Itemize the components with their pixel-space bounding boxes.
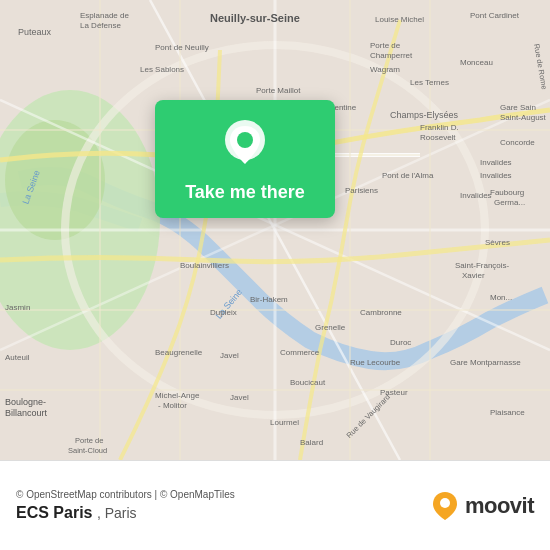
location-info: ECS Paris , Paris bbox=[16, 504, 235, 522]
svg-text:Invalides: Invalides bbox=[480, 158, 512, 167]
svg-point-80 bbox=[237, 132, 253, 148]
svg-text:Wagram: Wagram bbox=[370, 65, 400, 74]
map-svg: Puteaux Esplanade de La Défense Neuilly-… bbox=[0, 0, 550, 460]
location-city: , Paris bbox=[97, 505, 137, 521]
svg-text:Cambronne: Cambronne bbox=[360, 308, 402, 317]
svg-text:Javel: Javel bbox=[220, 351, 239, 360]
bottom-left-info: © OpenStreetMap contributors | © OpenMap… bbox=[16, 489, 235, 522]
svg-text:Sèvres: Sèvres bbox=[485, 238, 510, 247]
svg-text:Dupleix: Dupleix bbox=[210, 308, 237, 317]
svg-text:Esplanade de: Esplanade de bbox=[80, 11, 129, 20]
svg-text:Michel-Ange: Michel-Ange bbox=[155, 391, 200, 400]
moovit-brand-name: moovit bbox=[465, 493, 534, 519]
svg-text:Commerce: Commerce bbox=[280, 348, 320, 357]
svg-text:Invalides: Invalides bbox=[480, 171, 512, 180]
svg-text:Pont de l'Alma: Pont de l'Alma bbox=[382, 171, 434, 180]
svg-text:Neuilly-sur-Seine: Neuilly-sur-Seine bbox=[210, 12, 300, 24]
svg-text:Monceau: Monceau bbox=[460, 58, 493, 67]
svg-text:Boulogne-: Boulogne- bbox=[5, 397, 46, 407]
svg-text:Pont de Neuilly: Pont de Neuilly bbox=[155, 43, 209, 52]
svg-text:Grenelle: Grenelle bbox=[315, 323, 346, 332]
svg-text:Jasmin: Jasmin bbox=[5, 303, 30, 312]
svg-text:Plaisance: Plaisance bbox=[490, 408, 525, 417]
svg-text:Porte de: Porte de bbox=[75, 436, 103, 445]
svg-text:Invalides: Invalides bbox=[460, 191, 492, 200]
svg-text:Javel: Javel bbox=[230, 393, 249, 402]
svg-text:- Molitor: - Molitor bbox=[158, 401, 187, 410]
moovit-logo: moovit bbox=[429, 490, 534, 522]
svg-text:Auteuil: Auteuil bbox=[5, 353, 30, 362]
svg-text:Gare Sain: Gare Sain bbox=[500, 103, 536, 112]
svg-text:Rue Lecourbe: Rue Lecourbe bbox=[350, 358, 401, 367]
svg-text:Boucicaut: Boucicaut bbox=[290, 378, 326, 387]
svg-point-81 bbox=[440, 498, 450, 508]
svg-text:Champs-Elysées: Champs-Elysées bbox=[390, 110, 459, 120]
svg-text:Duroc: Duroc bbox=[390, 338, 411, 347]
svg-text:Faubourg: Faubourg bbox=[490, 188, 524, 197]
svg-text:La Défense: La Défense bbox=[80, 21, 121, 30]
svg-text:Porte Maillot: Porte Maillot bbox=[256, 86, 301, 95]
svg-text:Saint-August: Saint-August bbox=[500, 113, 547, 122]
take-me-there-label: Take me there bbox=[185, 182, 305, 204]
svg-text:Balard: Balard bbox=[300, 438, 323, 447]
svg-text:Billancourt: Billancourt bbox=[5, 408, 48, 418]
svg-text:Puteaux: Puteaux bbox=[18, 27, 52, 37]
svg-text:Germa...: Germa... bbox=[494, 198, 525, 207]
location-pin-icon bbox=[218, 118, 272, 172]
svg-text:Bir-Hakem: Bir-Hakem bbox=[250, 295, 288, 304]
svg-text:Roosevelt: Roosevelt bbox=[420, 133, 456, 142]
svg-text:Louise Michel: Louise Michel bbox=[375, 15, 424, 24]
svg-text:Saint-Cloud: Saint-Cloud bbox=[68, 446, 107, 455]
bottom-bar: © OpenStreetMap contributors | © OpenMap… bbox=[0, 460, 550, 550]
svg-text:Pont Cardinet: Pont Cardinet bbox=[470, 11, 520, 20]
svg-text:Xavier: Xavier bbox=[462, 271, 485, 280]
svg-text:Les Ternes: Les Ternes bbox=[410, 78, 449, 87]
svg-text:Porte de: Porte de bbox=[370, 41, 401, 50]
svg-text:Gare Montparnasse: Gare Montparnasse bbox=[450, 358, 521, 367]
svg-text:Boulainvilliers: Boulainvilliers bbox=[180, 261, 229, 270]
svg-text:Concorde: Concorde bbox=[500, 138, 535, 147]
moovit-pin-icon bbox=[429, 490, 461, 522]
svg-text:Mon...: Mon... bbox=[490, 293, 512, 302]
svg-text:Lourmel: Lourmel bbox=[270, 418, 299, 427]
svg-text:Parisiens: Parisiens bbox=[345, 186, 378, 195]
map-attribution: © OpenStreetMap contributors | © OpenMap… bbox=[16, 489, 235, 500]
map-container: Puteaux Esplanade de La Défense Neuilly-… bbox=[0, 0, 550, 460]
svg-text:Saint-François-: Saint-François- bbox=[455, 261, 510, 270]
svg-text:Les Sablons: Les Sablons bbox=[140, 65, 184, 74]
svg-text:Beaugrenelle: Beaugrenelle bbox=[155, 348, 203, 357]
location-title: ECS Paris bbox=[16, 504, 92, 521]
cta-card[interactable]: Take me there bbox=[155, 100, 335, 218]
svg-text:Champerret: Champerret bbox=[370, 51, 413, 60]
svg-text:Franklin D.: Franklin D. bbox=[420, 123, 459, 132]
